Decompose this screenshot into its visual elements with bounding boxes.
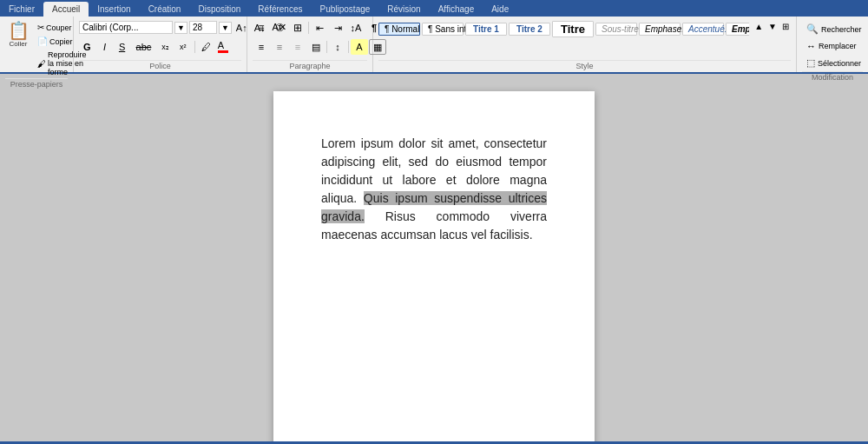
- paste-button[interactable]: 📋 Coller: [5, 19, 31, 50]
- edit-section-label: Modification: [802, 71, 863, 82]
- style-emphase[interactable]: Emphase...: [639, 23, 681, 36]
- style-emphase2[interactable]: Emphase...: [726, 23, 749, 36]
- justify-button[interactable]: ▤: [307, 39, 325, 55]
- line-spacing-button[interactable]: ↕: [329, 39, 346, 55]
- style-titre2-label: Titre 2: [516, 24, 542, 34]
- style-titre2[interactable]: Titre 2: [509, 23, 550, 36]
- cut-label: Couper: [46, 23, 72, 32]
- style-titre[interactable]: Titre: [552, 21, 594, 37]
- document-text: Lorem ipsum dolor sit amet, consectetur …: [321, 135, 547, 244]
- strikethrough-button[interactable]: abc: [132, 40, 156, 54]
- paragraph-section: ≡ ① ⊞ ⇤ ⇥ ↕A ¶ ≡ ≡ ≡ ▤ ↕ A ▦ Paragraphe: [247, 17, 373, 72]
- copy-icon: 📄: [37, 36, 48, 46]
- underline-button[interactable]: S: [115, 40, 130, 54]
- font-color-icon: A: [218, 40, 228, 50]
- rechercher-label: Rechercher: [821, 25, 862, 34]
- multilevel-button[interactable]: ⊞: [289, 20, 306, 36]
- numbering-button[interactable]: ①: [271, 20, 288, 36]
- align-left-button[interactable]: ≡: [253, 39, 270, 55]
- style-scroll-up-icon[interactable]: ▲: [753, 21, 765, 32]
- tab-revision[interactable]: Révision: [378, 2, 429, 17]
- style-emphase2-label: Emphase...: [732, 24, 749, 34]
- style-titre1[interactable]: Titre 1: [465, 23, 507, 36]
- tab-affichage[interactable]: Affichage: [430, 2, 483, 17]
- tab-disposition[interactable]: Disposition: [189, 2, 249, 17]
- font-color-button[interactable]: A: [215, 38, 231, 55]
- bullets-button[interactable]: ≡: [253, 20, 270, 36]
- align-center-button[interactable]: ≡: [271, 39, 288, 55]
- paste-label: Coller: [10, 40, 28, 48]
- remplacer-icon: ↔: [806, 41, 816, 51]
- style-section: ¶ Normal ¶ Sans int... Titre 1 Titre 2 T…: [373, 17, 797, 72]
- italic-button[interactable]: I: [97, 40, 113, 54]
- font-name-dropdown-icon[interactable]: ▼: [174, 22, 187, 34]
- selectionner-button[interactable]: ⬚ Sélectionner: [802, 55, 865, 71]
- style-soustitre-label: Sous-titre: [602, 24, 639, 34]
- tab-publipostage[interactable]: Publipostage: [312, 2, 379, 17]
- copy-label: Copier: [49, 37, 73, 46]
- rechercher-button[interactable]: 🔍 Rechercher: [802, 21, 866, 37]
- increase-indent-button[interactable]: ⇥: [329, 20, 346, 36]
- edit-section: 🔍 Rechercher ↔ Remplacer ⬚ Sélectionner …: [797, 17, 868, 72]
- page: Lorem ipsum dolor sit amet, consectetur …: [273, 91, 595, 441]
- superscript-button[interactable]: x²: [175, 41, 191, 53]
- style-soustitre[interactable]: Sous-titre: [595, 23, 637, 36]
- shading-button[interactable]: A: [351, 39, 368, 55]
- selectionner-label: Sélectionner: [818, 59, 861, 68]
- bold-button[interactable]: G: [79, 40, 95, 54]
- ribbon: 📋 Coller ✂ Couper 📄 Copier 🖌 Reproduire …: [0, 17, 868, 74]
- style-no-spacing[interactable]: ¶ Sans int...: [422, 23, 464, 36]
- rechercher-icon: 🔍: [806, 23, 819, 35]
- tab-insertion[interactable]: Insertion: [89, 2, 139, 17]
- style-normal-label: ¶ Normal: [385, 24, 419, 34]
- remplacer-button[interactable]: ↔ Remplacer: [802, 38, 861, 54]
- tab-accueil[interactable]: Accueil: [43, 2, 89, 17]
- style-normal[interactable]: ¶ Normal: [378, 23, 420, 36]
- style-accentue[interactable]: Accentué...: [682, 23, 724, 36]
- tab-aide[interactable]: Aide: [483, 2, 517, 17]
- sort-button[interactable]: ↕A: [347, 20, 365, 36]
- format-painter-icon: 🖌: [37, 59, 46, 69]
- font-name-input[interactable]: [79, 21, 173, 34]
- font-size-input[interactable]: [189, 21, 217, 34]
- tab-references[interactable]: Références: [249, 2, 311, 17]
- align-right-button[interactable]: ≡: [289, 39, 306, 55]
- clipboard-section-label: Presse-papiers: [5, 78, 68, 89]
- tab-fichier[interactable]: Fichier: [0, 2, 43, 17]
- font-size-dropdown-icon[interactable]: ▼: [219, 22, 232, 34]
- style-expand-icon[interactable]: ⊞: [780, 21, 791, 32]
- tab-bar: Fichier Accueil Insertion Création Dispo…: [0, 0, 868, 17]
- clipboard-section: 📋 Coller ✂ Couper 📄 Copier 🖌 Reproduire …: [0, 17, 74, 72]
- selectionner-icon: ⬚: [806, 57, 815, 69]
- document-area: Lorem ipsum dolor sit amet, consectetur …: [0, 74, 868, 441]
- font-section: ▼ ▼ A↑ A↓ A✕ G I S abc x₂ x² 🖊 A: [74, 17, 247, 72]
- font-section-label: Police: [79, 60, 241, 70]
- paragraph-section-label: Paragraphe: [253, 60, 367, 70]
- cut-icon: ✂: [37, 23, 44, 32]
- style-titre-label: Titre: [561, 23, 585, 36]
- style-section-label: Style: [378, 60, 791, 70]
- decrease-indent-button[interactable]: ⇤: [311, 20, 328, 36]
- style-gallery: ¶ Normal ¶ Sans int... Titre 1 Titre 2 T…: [378, 21, 749, 37]
- paste-icon: 📋: [8, 22, 30, 39]
- subscript-button[interactable]: x₂: [157, 41, 174, 53]
- remplacer-label: Remplacer: [819, 42, 857, 50]
- style-titre1-label: Titre 1: [473, 24, 499, 34]
- tab-creation[interactable]: Création: [140, 2, 190, 17]
- style-scroll-down-icon[interactable]: ▼: [766, 21, 779, 32]
- text-highlight-button[interactable]: 🖊: [199, 40, 214, 54]
